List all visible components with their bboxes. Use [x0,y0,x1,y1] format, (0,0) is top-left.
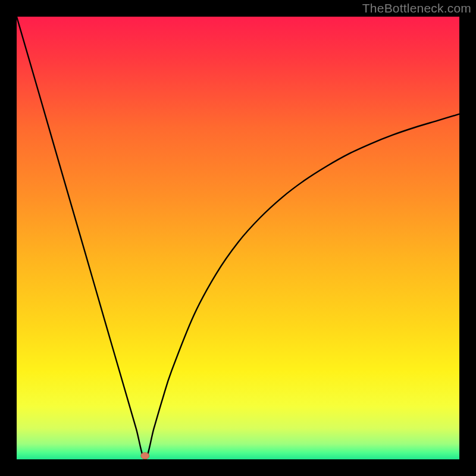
bottleneck-chart [0,0,476,476]
plot-background [17,17,459,459]
watermark-text: TheBottleneck.com [362,1,471,15]
chart-frame: { "watermark": "TheBottleneck.com", "col… [0,0,476,476]
optimum-marker [141,453,149,459]
